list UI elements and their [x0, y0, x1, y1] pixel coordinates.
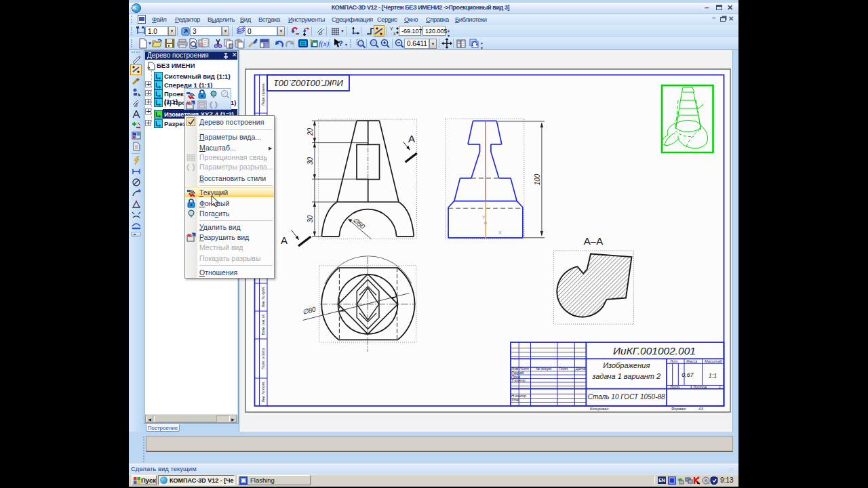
svg-text:Взам. инв. №: Взам. инв. №: [261, 314, 265, 336]
svg-text:1:1: 1:1: [709, 372, 717, 379]
svg-text:А: А: [408, 133, 415, 144]
svg-text:Подп. и дата: Подп. и дата: [261, 348, 265, 369]
svg-text:?: ?: [338, 39, 343, 47]
svg-text:Перв. примен.: Перв. примен.: [261, 83, 265, 105]
svg-text:А3: А3: [698, 407, 704, 411]
svg-text:Y: Y: [482, 215, 486, 220]
svg-text:1: 1: [719, 385, 721, 389]
svg-text:x: x: [393, 31, 396, 36]
svg-text:Дата: Дата: [575, 367, 586, 371]
svg-text:А–А: А–А: [584, 235, 603, 247]
svg-text:Масштаб: Масштаб: [705, 359, 723, 363]
svg-text:20: 20: [307, 127, 314, 136]
svg-text:№ докум.: № докум.: [536, 367, 552, 371]
svg-text:Лит.: Лит.: [669, 359, 679, 363]
svg-text:задача 1 вариант 2: задача 1 вариант 2: [591, 372, 660, 380]
svg-text:Y: Y: [390, 26, 393, 31]
svg-text:Т.контр.: Т.контр.: [511, 378, 526, 382]
svg-text:Сталь 10 ГОСТ 1050-88: Сталь 10 ГОСТ 1050-88: [588, 393, 665, 401]
svg-text:X: X: [498, 230, 502, 235]
svg-text:30: 30: [307, 157, 314, 165]
svg-text:Утв.: Утв.: [511, 398, 520, 402]
svg-text:Формат: Формат: [671, 407, 686, 411]
svg-text:Подп.: Подп.: [559, 367, 569, 371]
svg-text:Лист: Лист: [669, 385, 680, 389]
svg-text:?: ?: [309, 38, 313, 45]
svg-text:f(x): f(x): [319, 39, 330, 48]
svg-text:Инв. № подл.: Инв. № подл.: [261, 381, 265, 402]
svg-text:100: 100: [534, 174, 541, 185]
svg-text:0,67: 0,67: [682, 371, 694, 378]
svg-text:Копировал: Копировал: [590, 407, 608, 411]
svg-text:А: А: [281, 235, 288, 246]
svg-text:Листов: Листов: [692, 385, 707, 389]
svg-text:30: 30: [307, 215, 314, 223]
svg-text:Инв. № дубл.: Инв. № дубл.: [261, 287, 265, 308]
svg-text:Масса: Масса: [686, 359, 697, 363]
svg-text:Изображения: Изображения: [603, 361, 650, 369]
svg-text:ИиКГ.001002.001: ИиКГ.001002.001: [274, 78, 343, 88]
svg-text:ИиКГ.001002.001: ИиКГ.001002.001: [613, 345, 696, 357]
